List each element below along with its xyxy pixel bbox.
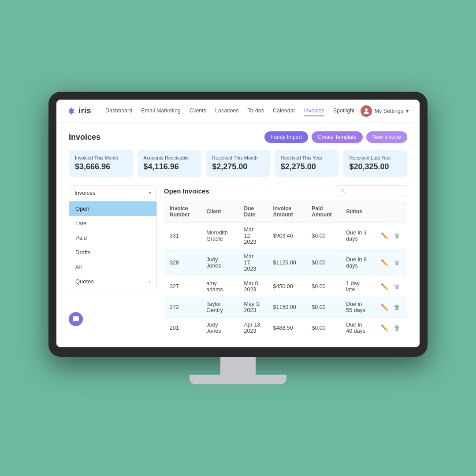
delete-button[interactable]: 🗑 xyxy=(392,258,402,267)
cell-due-date: Apr 18, 2023 xyxy=(239,318,268,338)
stat-label-2: Received This Month xyxy=(212,155,264,160)
cell-invoice-number: 327 xyxy=(164,276,201,297)
invoice-table: Invoice Number Client Due Date Invoice A… xyxy=(164,201,407,338)
cell-status: Due in 40 days xyxy=(341,318,374,338)
stats-row: Invoiced This Month $3,666.96 Accounts R… xyxy=(69,150,407,177)
col-paid-amount: Paid Amount xyxy=(306,201,341,223)
sidebar-dropdown[interactable]: Invoices ▾ xyxy=(69,186,157,200)
nav-links: Dashboard Email Marketing Clients Locati… xyxy=(105,106,361,116)
cell-due-date: Mar 8, 2023 xyxy=(239,276,268,297)
main-content: Invoices Fundy Import Create Template Ne… xyxy=(56,123,420,347)
sidebar-dropdown-chevron: ▾ xyxy=(149,190,151,195)
monitor-stand-base xyxy=(190,375,286,384)
sidebar-item-paid[interactable]: Paid xyxy=(69,231,156,245)
cell-due-date: Mar 17, 2023 xyxy=(239,249,268,276)
logo[interactable]: iris xyxy=(67,106,91,115)
nav-invoices[interactable]: Invoices xyxy=(304,106,324,116)
edit-button[interactable]: ✏️ xyxy=(379,231,390,240)
new-invoice-button[interactable]: New Invoice xyxy=(366,131,407,143)
col-invoice-number: Invoice Number xyxy=(164,201,201,223)
delete-button[interactable]: 🗑 xyxy=(392,282,402,291)
sidebar-item-drafts[interactable]: Drafts xyxy=(69,245,156,260)
search-icon xyxy=(341,188,346,193)
content-area: Invoices ▾ Open Late xyxy=(69,186,407,338)
search-box[interactable] xyxy=(337,186,407,196)
cell-client: Judy Jones xyxy=(201,249,238,276)
sidebar-item-all[interactable]: All xyxy=(69,260,156,274)
page-header: Invoices Fundy Import Create Template Ne… xyxy=(69,131,407,143)
cell-paid-amount: $0.00 xyxy=(306,249,341,276)
edit-button[interactable]: ✏️ xyxy=(379,303,390,312)
table-header: Invoice Number Client Due Date Invoice A… xyxy=(164,201,407,223)
cell-actions: ✏️ 🗑 xyxy=(374,276,407,297)
nav-email-marketing[interactable]: Email Marketing xyxy=(141,106,181,116)
nav-dashboard[interactable]: Dashboard xyxy=(105,106,132,116)
table-title: Open Invoices xyxy=(164,187,209,195)
col-client: Client xyxy=(201,201,238,223)
header-buttons: Fundy Import Create Template New Invoice xyxy=(264,131,407,143)
create-template-button[interactable]: Create Template xyxy=(312,131,363,143)
nav-calendar[interactable]: Calendar xyxy=(273,106,295,116)
search-input[interactable] xyxy=(348,188,403,194)
stat-received-last-year: Received Last Year $20,325.00 xyxy=(343,150,407,177)
my-settings-button[interactable]: My Settings ▾ xyxy=(361,105,409,117)
sidebar-dropdown-label: Invoices xyxy=(74,190,96,196)
cell-status: 1 day late xyxy=(341,276,374,297)
cell-invoice-number: 331 xyxy=(164,223,201,249)
edit-button[interactable]: ✏️ xyxy=(379,258,390,267)
delete-button[interactable]: 🗑 xyxy=(392,324,402,332)
col-invoice-amount: Invoice Amount xyxy=(268,201,307,223)
nav-todos[interactable]: To-dos xyxy=(248,106,264,116)
cell-status: Due in 8 days xyxy=(341,249,374,276)
chat-icon xyxy=(72,316,79,323)
cell-actions: ✏️ 🗑 xyxy=(374,297,407,318)
cell-due-date: May 3, 2023 xyxy=(239,297,268,318)
logo-text: iris xyxy=(78,106,91,115)
table-row: 201 Judy Jones Apr 18, 2023 $488.50 $0.0… xyxy=(164,318,407,338)
edit-button[interactable]: ✏️ xyxy=(379,324,390,332)
stat-label-3: Received This Year xyxy=(281,155,333,160)
col-status: Status xyxy=(341,201,374,223)
fundy-import-button[interactable]: Fundy Import xyxy=(264,131,308,143)
delete-button[interactable]: 🗑 xyxy=(392,303,402,312)
sidebar-item-open[interactable]: Open xyxy=(69,201,156,216)
stat-invoiced-this-month: Invoiced This Month $3,666.96 xyxy=(69,150,133,177)
stat-label-1: Accounts Receivable xyxy=(144,155,196,160)
svg-point-1 xyxy=(342,189,344,192)
edit-button[interactable]: ✏️ xyxy=(379,282,390,291)
sidebar-menu: Open Late Paid Drafts xyxy=(69,201,157,289)
iris-logo-icon xyxy=(67,107,76,115)
cell-client: amy adams xyxy=(201,276,238,297)
stat-label-0: Invoiced This Month xyxy=(75,155,127,160)
table-header-row: Open Invoices xyxy=(164,186,407,196)
cell-invoice-amount: $450.00 xyxy=(268,276,307,297)
chat-bubble-button[interactable] xyxy=(69,312,83,326)
cell-due-date: Mar 12, 2023 xyxy=(239,223,268,249)
stat-value-3: $2,275.00 xyxy=(281,162,333,171)
nav-locations[interactable]: Locations xyxy=(215,106,239,116)
cell-actions: ✏️ 🗑 xyxy=(374,223,407,249)
nav-spotlight[interactable]: Spotlight xyxy=(333,106,355,116)
nav-clients[interactable]: Clients xyxy=(190,106,206,116)
cell-paid-amount: $0.00 xyxy=(306,318,341,338)
table-row: 272 Taylor Gentry May 3, 2023 $1150.00 $… xyxy=(164,297,407,318)
cell-actions: ✏️ 🗑 xyxy=(374,318,407,338)
cell-paid-amount: $0.00 xyxy=(306,223,341,249)
sidebar-item-late[interactable]: Late xyxy=(69,216,156,231)
cell-invoice-amount: $1150.00 xyxy=(268,297,307,318)
top-nav: iris Dashboard Email Marketing Clients L… xyxy=(56,100,420,123)
cell-paid-amount: $0.00 xyxy=(306,297,341,318)
stat-accounts-receivable: Accounts Receivable $4,116.96 xyxy=(138,150,202,177)
stat-received-this-year: Received This Year $2,275.00 xyxy=(275,150,339,177)
stat-value-1: $4,116.96 xyxy=(144,162,196,171)
cell-client: Meredith Gradle xyxy=(201,223,238,249)
sidebar-item-quotes[interactable]: Quotes › xyxy=(69,274,156,289)
cell-invoice-number: 272 xyxy=(164,297,201,318)
cell-client: Taylor Gentry xyxy=(201,297,238,318)
cell-invoice-amount: $903.46 xyxy=(268,223,307,249)
stat-label-4: Received Last Year xyxy=(349,155,401,160)
delete-button[interactable]: 🗑 xyxy=(392,231,402,240)
stat-value-2: $2,275.00 xyxy=(212,162,264,171)
table-row: 328 Judy Jones Mar 17, 2023 $1125.00 $0.… xyxy=(164,249,407,276)
my-settings-label: My Settings xyxy=(375,108,403,114)
